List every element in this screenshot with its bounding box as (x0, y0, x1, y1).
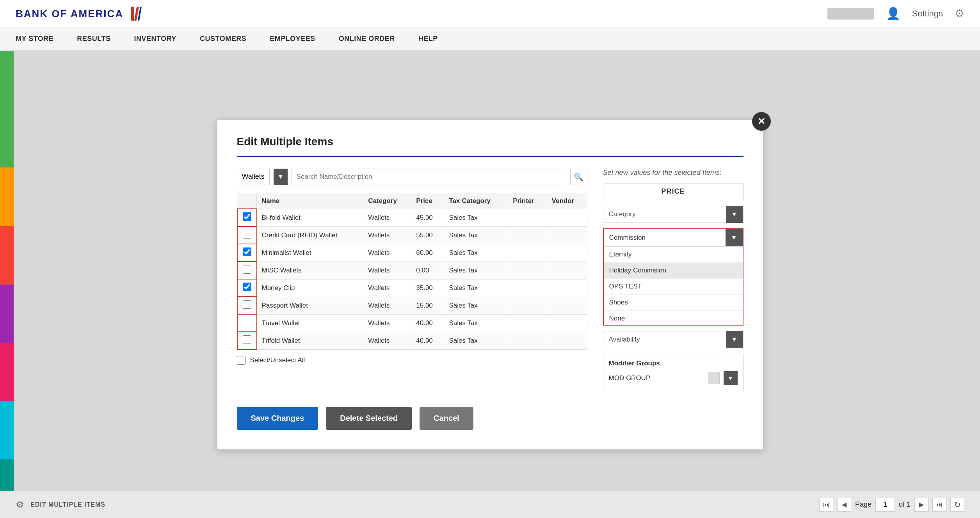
cell-price-3: 0.00 (411, 262, 444, 279)
bottom-gear-icon: ⚙ (16, 499, 24, 510)
modifier-arrow[interactable]: ▼ (724, 371, 738, 385)
bottom-label: EDIT MULTIPLE ITEMS (30, 501, 813, 508)
modal-body: Wallets ▼ 🔍 Name (237, 169, 743, 391)
blurred-area (827, 8, 874, 20)
modifier-groups-title: Modifier Groups (609, 360, 738, 367)
category-filter-label: Wallets (237, 169, 270, 185)
cell-vendor-5 (547, 297, 587, 314)
option-ops-test[interactable]: OPS TEST (604, 279, 743, 295)
commission-arrow[interactable]: ▼ (726, 229, 743, 246)
row-checkbox-7[interactable] (243, 335, 251, 344)
refresh-button[interactable]: ↻ (950, 498, 964, 512)
col-header-tax: Tax Category (444, 193, 508, 209)
user-icon[interactable]: 👤 (886, 7, 900, 20)
page-label: Page (855, 500, 872, 509)
category-filter-arrow[interactable]: ▼ (274, 169, 288, 185)
nav-item-customers[interactable]: CUSTOMERS (200, 35, 246, 43)
cell-price-1: 55.00 (411, 226, 444, 244)
row-checkbox-6[interactable] (243, 318, 251, 326)
row-checkbox-3[interactable] (243, 265, 251, 274)
cell-vendor-3 (547, 262, 587, 279)
last-page-button[interactable]: ⏭ (932, 498, 946, 512)
category-field-label: Category (603, 210, 726, 218)
commission-dropdown[interactable]: ▼ Eternity Holiday Commision OPS TEST Sh… (603, 228, 743, 326)
select-all-checkbox[interactable] (237, 356, 245, 365)
set-values-label: Set new values for the selected Items: (603, 169, 743, 177)
first-page-button[interactable]: ⏮ (819, 498, 833, 512)
modifier-color-box (708, 372, 720, 384)
row-checkbox-2[interactable] (243, 247, 251, 256)
prev-page-button[interactable]: ◀ (837, 498, 851, 512)
price-button[interactable]: PRICE (603, 183, 743, 200)
table-row: Trifold WalletWallets40.00Sales Tax (237, 332, 587, 349)
cell-price-0: 45.00 (411, 209, 444, 226)
row-checkbox-0[interactable] (243, 212, 251, 221)
modifier-row: MOD GROUP ▼ (609, 371, 738, 385)
table-row: Minimalist WalletWallets60.00Sales Tax (237, 244, 587, 262)
nav-item-my-store[interactable]: MY STORE (16, 35, 53, 43)
cell-name-3: MISC Wallets (257, 262, 363, 279)
option-holiday-commision[interactable]: Holiday Commision (604, 263, 743, 279)
main-content: ✕ Edit Multiple Items Wallets ▼ (0, 51, 980, 518)
cell-price-7: 40.00 (411, 332, 444, 349)
availability-dropdown-arrow[interactable]: ▼ (726, 331, 743, 348)
cell-name-1: Credit Card (RFID) Wallet (257, 226, 363, 244)
cell-category-2: Wallets (363, 244, 411, 262)
cell-name-7: Trifold Wallet (257, 332, 363, 349)
select-all-label: Select/Unselect All (250, 356, 305, 364)
cell-name-2: Minimalist Wallet (257, 244, 363, 262)
search-button[interactable]: 🔍 (570, 169, 587, 185)
pagination: ⏮ ◀ Page of 1 ▶ ⏭ ↻ (819, 498, 964, 512)
commission-input[interactable] (604, 229, 726, 246)
next-page-button[interactable]: ▶ (914, 498, 928, 512)
cell-tax-3: Sales Tax (444, 262, 508, 279)
col-header-printer: Printer (508, 193, 547, 209)
modifier-groups-section: Modifier Groups MOD GROUP ▼ (603, 354, 743, 391)
search-icon: 🔍 (574, 172, 583, 182)
row-checkbox-1[interactable] (243, 230, 251, 239)
settings-icon[interactable]: ⚙ (955, 7, 964, 20)
row-checkbox-4[interactable] (243, 283, 251, 291)
cell-tax-5: Sales Tax (444, 297, 508, 314)
cell-category-3: Wallets (363, 262, 411, 279)
modal-title: Edit Multiple Items (237, 135, 743, 148)
search-input[interactable] (292, 169, 566, 185)
availability-dropdown[interactable]: Availability ▼ (603, 331, 743, 348)
nav-item-help[interactable]: HELP (418, 35, 438, 43)
cell-name-4: Money Clip (257, 279, 363, 297)
delete-selected-button[interactable]: Delete Selected (326, 407, 412, 430)
table-row: Credit Card (RFID) WalletWallets55.00Sal… (237, 226, 587, 244)
cell-printer-0 (508, 209, 547, 226)
page-number-input[interactable] (875, 498, 895, 512)
option-eternity[interactable]: Eternity (604, 247, 743, 263)
nav-item-employees[interactable]: EMPLOYEES (270, 35, 315, 43)
logo-text: BANK OF AMERICA (16, 7, 123, 20)
modal-overlay: ✕ Edit Multiple Items Wallets ▼ (0, 51, 980, 518)
cell-printer-7 (508, 332, 547, 349)
mod-group-label: MOD GROUP (609, 374, 704, 382)
cancel-button[interactable]: Cancel (420, 407, 473, 430)
bottom-bar: ⚙ EDIT MULTIPLE ITEMS ⏮ ◀ Page of 1 ▶ ⏭ … (0, 491, 980, 518)
table-row: Passport WalletWallets15.00Sales Tax (237, 297, 587, 314)
modal-close-button[interactable]: ✕ (752, 112, 771, 131)
category-dropdown-arrow[interactable]: ▼ (726, 206, 743, 223)
settings-label[interactable]: Settings (912, 9, 943, 19)
save-changes-button[interactable]: Save Changes (237, 407, 318, 430)
cell-tax-2: Sales Tax (444, 244, 508, 262)
cell-category-1: Wallets (363, 226, 411, 244)
cell-printer-4 (508, 279, 547, 297)
row-checkbox-5[interactable] (243, 300, 251, 309)
cell-printer-6 (508, 314, 547, 332)
option-shoes[interactable]: Shoes (604, 295, 743, 311)
cell-printer-5 (508, 297, 547, 314)
action-buttons: Save Changes Delete Selected Cancel (237, 407, 743, 430)
category-dropdown[interactable]: Category ▼ (603, 206, 743, 223)
nav-item-inventory[interactable]: INVENTORY (134, 35, 177, 43)
nav-item-results[interactable]: RESULTS (77, 35, 110, 43)
logo-area: BANK OF AMERICA (16, 7, 141, 21)
cell-tax-1: Sales Tax (444, 226, 508, 244)
cell-vendor-0 (547, 209, 587, 226)
close-icon: ✕ (758, 116, 765, 127)
option-none[interactable]: None (604, 311, 743, 325)
nav-item-online-order[interactable]: ONLINE ORDER (339, 35, 395, 43)
